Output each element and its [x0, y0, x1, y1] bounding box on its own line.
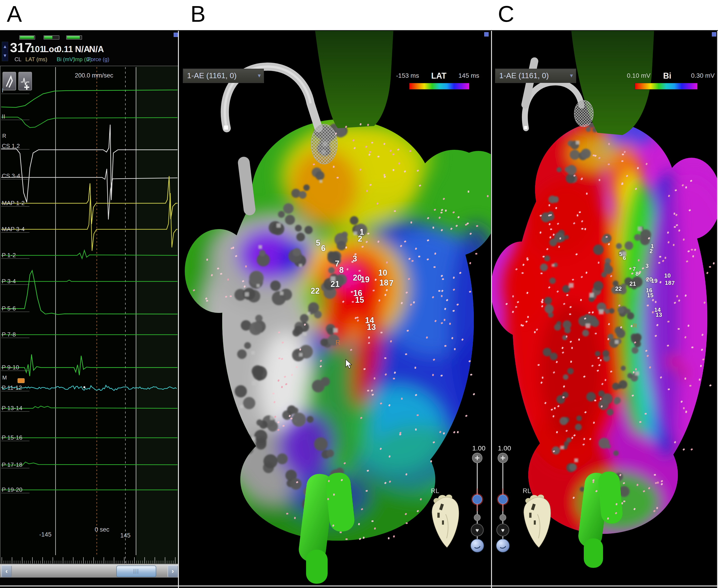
map-point-label: 18 — [379, 278, 388, 287]
map-point-label: 10 — [378, 268, 387, 277]
rotate-sphere-button[interactable] — [471, 539, 484, 552]
reference-orientation-label: RL — [431, 487, 439, 495]
lat-value: 101 — [30, 44, 44, 54]
figure-letter-a: A — [7, 1, 22, 27]
rotate-sphere-button[interactable] — [496, 539, 509, 552]
scrollbar-thumb[interactable]: ||| — [116, 566, 156, 577]
map-point-label: 7 — [389, 278, 394, 288]
measurement-header: ▲▼ 317 101 Loc 0.11 N/A N/A CL LAT (ms) … — [0, 31, 179, 66]
electrogram-panel: ▲▼ 317 101 Loc 0.11 N/A N/A CL LAT (ms) … — [0, 31, 179, 588]
force-value: N/A — [89, 44, 104, 54]
basket-mesh — [574, 100, 593, 127]
heart-icon: ♥ — [501, 527, 505, 533]
voltage-map-panel: 1235678201910187212216151413R1.00♥RL — [492, 31, 718, 588]
zoom-level-label: 1.00 — [498, 444, 511, 452]
window-icon[interactable] — [712, 32, 716, 37]
heart-icon: ♥ — [475, 527, 479, 533]
scroll-right-button[interactable]: › — [167, 565, 178, 578]
trace-label: CS 1,2 — [2, 143, 20, 149]
bi-value: 0.11 — [57, 44, 73, 54]
map-point-label: 2 — [650, 248, 653, 254]
trace-label: P 11-12 — [2, 384, 22, 391]
map-selector-c[interactable]: 1-AE (1161, 0) ▾ — [495, 69, 576, 83]
sweep-speed-label: 200.0 mm/sec — [75, 72, 114, 79]
map-point-label: 3 — [352, 254, 357, 263]
surface-r-label: R — [335, 338, 341, 346]
panel-divider — [178, 31, 179, 588]
time-scrollbar[interactable]: ‹ › ||| — [0, 564, 179, 578]
map-point-label: 22 — [311, 286, 320, 295]
map-point-label: 2 — [358, 234, 362, 243]
bottom-frame-line — [0, 586, 718, 586]
zoom-slider[interactable]: 1.00♥ — [471, 444, 486, 552]
reference-point-dot — [83, 386, 85, 388]
panel-divider — [717, 31, 718, 588]
status-bar-3 — [66, 35, 82, 40]
bi-scale-title: Bi — [663, 71, 671, 81]
trace-label: P 7-8 — [2, 331, 16, 338]
lat-colorbar — [409, 83, 469, 89]
map-point-label: 7 — [335, 259, 340, 268]
lat-scale-max: 145 ms — [458, 72, 479, 79]
lat-map-panel: 1235678201910187212216151413R1.00♥RL — [179, 31, 491, 588]
ep-mapping-screen: { "figure": {"panel_a_letter":"A","panel… — [0, 0, 718, 588]
map-point-label: 21 — [630, 280, 636, 287]
scroll-left-button[interactable]: ‹ — [1, 565, 12, 578]
trace-label: P 15-16 — [2, 434, 22, 441]
trace-label: MAP 3-4 — [2, 226, 25, 232]
annotation-icon — [18, 378, 24, 383]
channel-scroll-icon[interactable]: ▲▼ — [2, 42, 8, 61]
map-point-label: 19 — [651, 277, 658, 284]
map-point-label: 10 — [664, 272, 671, 279]
lat-map-3d: 1235678201910187212216151413R1.00♥RL — [179, 31, 491, 588]
map-point-label: 8 — [339, 265, 344, 275]
zoom-out-button[interactable] — [500, 514, 506, 521]
trace-label: P 9-10 — [2, 364, 19, 371]
map-point-label: 7 — [672, 280, 675, 287]
window-icon[interactable] — [484, 32, 489, 37]
bi-colorbar — [635, 83, 698, 89]
aux-trace-label: R — [2, 133, 6, 139]
trace-label: P 19-20 — [2, 486, 22, 493]
figure-letter-c: C — [498, 1, 514, 27]
map-selector-b[interactable]: 1-AE (1161, 0) ▾ — [183, 69, 264, 83]
reference-orientation-label: RL — [522, 487, 531, 495]
zoom-slider-thumb[interactable] — [498, 495, 507, 504]
map-point-label: 8 — [635, 270, 639, 277]
status-bar-1 — [19, 35, 35, 40]
trace-label: P 13-14 — [2, 405, 22, 412]
window-icon[interactable] — [174, 33, 178, 37]
map-point-label: 3 — [645, 262, 649, 269]
map-point-label: 13 — [656, 311, 662, 318]
map-point-label: 21 — [331, 279, 340, 289]
map-point-label: 6 — [321, 244, 326, 253]
trace-label: I — [2, 87, 3, 94]
svc-vessel — [315, 31, 393, 128]
time-right-label: 145 — [120, 532, 130, 539]
bi-scale-max: 0.30 mV — [691, 72, 715, 79]
cl-value: 317 — [10, 40, 32, 55]
map-point-label: 18 — [665, 279, 672, 286]
bi-label: Bi (mV) — [57, 56, 75, 63]
trace-plot-area: 200.0 mm/secIIICS 1,2CS 3-4MAP 1-2MAP 3-… — [0, 66, 179, 564]
zoom-out-button[interactable] — [474, 514, 480, 521]
figure-label-strip: A B C — [0, 0, 718, 31]
map-point-label: 19 — [361, 275, 370, 284]
trace-label: P 17-18 — [2, 461, 22, 468]
map-point-label: 15 — [355, 295, 364, 304]
surface-r-label: R — [633, 323, 637, 329]
zoom-slider[interactable]: 1.00♥ — [496, 444, 511, 552]
map-point-label: 5 — [316, 238, 320, 248]
voltage-map-3d: 1235678201910187212216151413R1.00♥RL — [492, 31, 718, 588]
reference-heart-model: RL — [431, 487, 459, 547]
trace-label: P 1-2 — [2, 252, 16, 258]
chevron-down-icon: ▾ — [258, 69, 261, 82]
zoom-slider-thumb[interactable] — [473, 495, 482, 504]
panel-divider — [491, 31, 492, 588]
trace-label: CS 3-4 — [2, 172, 20, 179]
zoom-level-label: 1.00 — [472, 444, 486, 452]
chevron-down-icon: ▾ — [570, 69, 573, 82]
imp-value: N/A — [75, 44, 90, 54]
map-point-label: 5 — [619, 251, 622, 257]
trace-label: II — [2, 113, 5, 120]
